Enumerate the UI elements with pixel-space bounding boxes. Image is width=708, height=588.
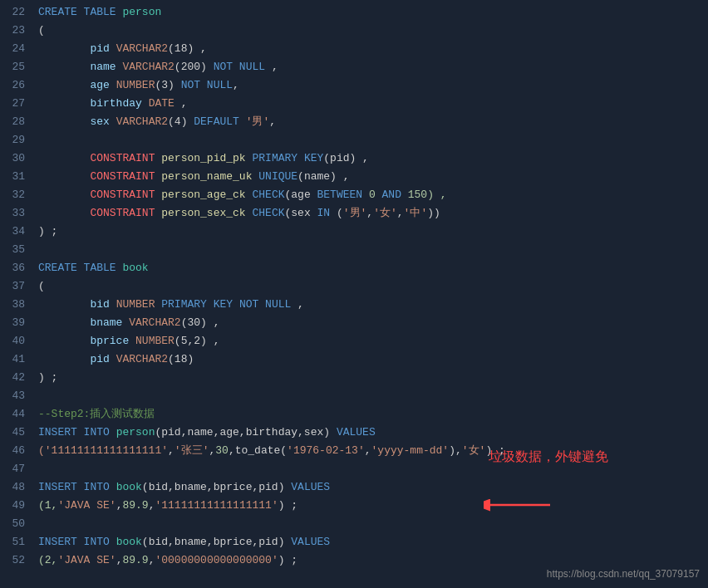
line-number: 52 bbox=[0, 551, 35, 570]
line-number: 41 bbox=[0, 350, 35, 369]
line-number: 38 bbox=[0, 296, 35, 314]
line-number: 32 bbox=[0, 186, 35, 204]
line-number: 45 bbox=[0, 424, 35, 442]
table-row: 29 bbox=[0, 131, 708, 149]
line-content: name VARCHAR2(200) NOT NULL , bbox=[35, 58, 708, 76]
table-row: 23( bbox=[0, 22, 708, 40]
line-number: 44 bbox=[0, 405, 35, 424]
line-content: CREATE TABLE book bbox=[35, 259, 708, 277]
table-row: 39 bname VARCHAR2(30) , bbox=[0, 314, 708, 332]
table-row: 41 pid VARCHAR2(18) bbox=[0, 350, 708, 369]
line-number: 25 bbox=[0, 58, 35, 76]
table-row: 31 CONSTRAINT person_name_uk UNIQUE(name… bbox=[0, 168, 708, 186]
line-number: 51 bbox=[0, 533, 35, 551]
line-content: CONSTRAINT person_name_uk UNIQUE(name) , bbox=[35, 168, 708, 186]
line-content: (1,'JAVA SE',89.9,'11111111111111111') ; bbox=[35, 497, 708, 515]
line-content: bname VARCHAR2(30) , bbox=[35, 314, 708, 332]
line-content: CONSTRAINT person_age_ck CHECK(age BETWE… bbox=[35, 186, 708, 204]
line-number: 35 bbox=[0, 241, 35, 259]
line-content: --Step2:插入测试数据 bbox=[35, 405, 708, 424]
line-number: 50 bbox=[0, 515, 35, 533]
line-content: age NUMBER(3) NOT NULL, bbox=[35, 76, 708, 95]
line-number: 22 bbox=[0, 3, 35, 22]
table-row: 37( bbox=[0, 277, 708, 296]
line-content: ( bbox=[35, 22, 708, 40]
table-row: 27 birthday DATE , bbox=[0, 95, 708, 113]
code-block: 22CREATE TABLE person23(24 pid VARCHAR2(… bbox=[0, 0, 708, 573]
line-number: 47 bbox=[0, 460, 35, 478]
table-row: 40 bprice NUMBER(5,2) , bbox=[0, 332, 708, 350]
watermark: https://blog.csdn.net/qq_37079157 bbox=[547, 568, 700, 580]
table-row: 34) ; bbox=[0, 223, 708, 241]
line-number: 46 bbox=[0, 442, 35, 460]
line-content: ( bbox=[35, 277, 708, 296]
line-number: 42 bbox=[0, 369, 35, 387]
line-content: birthday DATE , bbox=[35, 95, 708, 113]
line-content: ) ; bbox=[35, 369, 708, 387]
arrow-icon bbox=[484, 495, 550, 515]
table-row: 30 CONSTRAINT person_pid_pk PRIMARY KEY(… bbox=[0, 149, 708, 168]
line-number: 30 bbox=[0, 149, 35, 168]
table-row: 36CREATE TABLE book bbox=[0, 259, 708, 277]
table-row: 45INSERT INTO person(pid,name,age,birthd… bbox=[0, 424, 708, 442]
table-row: 32 CONSTRAINT person_age_ck CHECK(age BE… bbox=[0, 186, 708, 204]
line-content: INSERT INTO book(bid,bname,bprice,pid) V… bbox=[35, 478, 708, 497]
line-content: CONSTRAINT person_pid_pk PRIMARY KEY(pid… bbox=[35, 149, 708, 168]
table-row: 22CREATE TABLE person bbox=[0, 3, 708, 22]
line-number: 34 bbox=[0, 223, 35, 241]
line-content: CREATE TABLE person bbox=[35, 3, 708, 22]
line-content: bprice NUMBER(5,2) , bbox=[35, 332, 708, 350]
line-content: ) ; bbox=[35, 223, 708, 241]
line-content: CONSTRAINT person_sex_ck CHECK(sex IN ('… bbox=[35, 204, 708, 223]
table-row: 50 bbox=[0, 515, 708, 533]
table-row: 48INSERT INTO book(bid,bname,bprice,pid)… bbox=[0, 478, 708, 497]
line-number: 36 bbox=[0, 259, 35, 277]
table-row: 33 CONSTRAINT person_sex_ck CHECK(sex IN… bbox=[0, 204, 708, 223]
line-number: 29 bbox=[0, 131, 35, 149]
table-row: 38 bid NUMBER PRIMARY KEY NOT NULL , bbox=[0, 296, 708, 314]
line-number: 24 bbox=[0, 40, 35, 58]
line-number: 27 bbox=[0, 95, 35, 113]
table-row: 52(2,'JAVA SE',89.9,'00000000000000000')… bbox=[0, 551, 708, 570]
line-content: pid VARCHAR2(18) , bbox=[35, 40, 708, 58]
line-number: 31 bbox=[0, 168, 35, 186]
table-row: 49(1,'JAVA SE',89.9,'11111111111111111')… bbox=[0, 497, 708, 515]
line-content: pid VARCHAR2(18) bbox=[35, 350, 708, 369]
annotation-text: 垃圾数据，外键避免 bbox=[489, 448, 608, 466]
line-content: sex VARCHAR2(4) DEFAULT '男', bbox=[35, 113, 708, 131]
line-number: 37 bbox=[0, 277, 35, 296]
line-number: 33 bbox=[0, 204, 35, 223]
line-number: 28 bbox=[0, 113, 35, 131]
table-row: 24 pid VARCHAR2(18) , bbox=[0, 40, 708, 58]
line-number: 49 bbox=[0, 497, 35, 515]
line-number: 39 bbox=[0, 314, 35, 332]
table-row: 43 bbox=[0, 387, 708, 405]
table-row: 35 bbox=[0, 241, 708, 259]
line-number: 40 bbox=[0, 332, 35, 350]
line-number: 48 bbox=[0, 478, 35, 497]
line-content: INSERT INTO person(pid,name,age,birthday… bbox=[35, 424, 708, 442]
table-row: 28 sex VARCHAR2(4) DEFAULT '男', bbox=[0, 113, 708, 131]
table-row: 25 name VARCHAR2(200) NOT NULL , bbox=[0, 58, 708, 76]
line-content: INSERT INTO book(bid,bname,bprice,pid) V… bbox=[35, 533, 708, 551]
line-number: 23 bbox=[0, 22, 35, 40]
table-row: 51INSERT INTO book(bid,bname,bprice,pid)… bbox=[0, 533, 708, 551]
line-content: bid NUMBER PRIMARY KEY NOT NULL , bbox=[35, 296, 708, 314]
line-number: 26 bbox=[0, 76, 35, 95]
line-number: 43 bbox=[0, 387, 35, 405]
table-row: 42) ; bbox=[0, 369, 708, 387]
table-row: 26 age NUMBER(3) NOT NULL, bbox=[0, 76, 708, 95]
line-content: (2,'JAVA SE',89.9,'00000000000000000') ; bbox=[35, 551, 708, 570]
table-row: 44--Step2:插入测试数据 bbox=[0, 405, 708, 424]
